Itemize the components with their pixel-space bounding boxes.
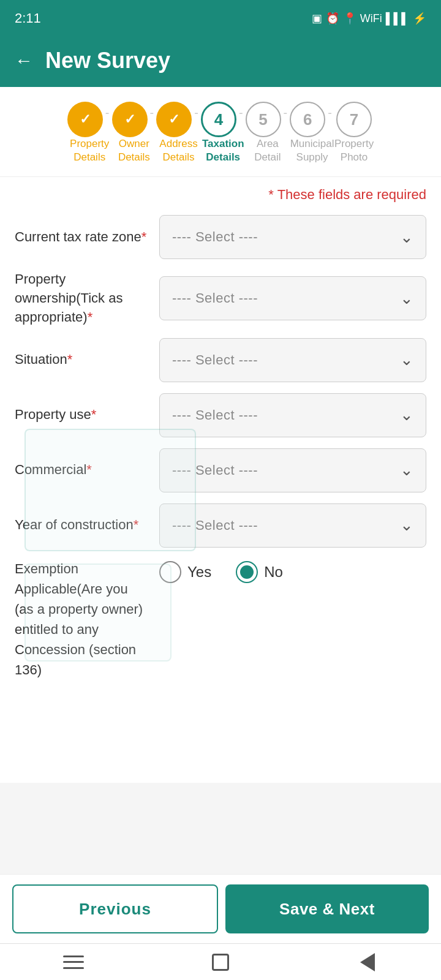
home-icon [212, 954, 229, 971]
back-system-button[interactable] [354, 949, 381, 976]
step-label-3: AddressDetails [159, 137, 197, 164]
step-4: 4 - TaxationDetails [201, 102, 246, 164]
chevron-down-icon-4: ⌄ [400, 405, 413, 424]
radio-option-no[interactable]: No [236, 561, 283, 583]
step-circle-7[interactable]: 7 [336, 102, 372, 137]
step-circle-6[interactable]: 6 [290, 102, 325, 137]
vibrate-icon: ▣ [312, 12, 322, 25]
select-situation[interactable]: ---- Select ---- ⌄ [159, 338, 426, 382]
step-label-7: PropertyPhoto [334, 137, 374, 164]
step-circle-5[interactable]: 5 [246, 102, 281, 137]
required-star-3: * [67, 352, 73, 367]
menu-icon [63, 956, 84, 969]
radio-inner-no [240, 565, 254, 579]
required-star-5: * [86, 462, 92, 477]
radio-option-yes[interactable]: Yes [159, 561, 211, 583]
step-circle-1[interactable]: ✓ [67, 102, 103, 137]
label-property-ownership: Property ownership(Tick as appropriate)* [15, 270, 149, 326]
field-row-commercial: Commercial* ---- Select ---- ⌄ [15, 448, 426, 492]
home-button[interactable] [207, 949, 234, 976]
required-notice: * These fields are required [0, 177, 441, 210]
step-dash-3: - [192, 106, 201, 134]
select-placeholder-4: ---- Select ---- [172, 407, 258, 423]
field-row-property-ownership: Property ownership(Tick as appropriate)*… [15, 270, 426, 326]
status-time: 2:11 [15, 10, 41, 26]
step-2: ✓ - OwnerDetails [112, 102, 157, 164]
select-commercial[interactable]: ---- Select ---- ⌄ [159, 448, 426, 492]
radio-group-exemption: Yes No [159, 559, 426, 583]
step-label-1: PropertyDetails [70, 137, 109, 164]
back-system-icon [360, 953, 375, 971]
step-6: 6 - MunicipalSupply [290, 102, 334, 164]
required-star-2: * [88, 309, 93, 325]
chevron-down-icon-3: ⌄ [400, 350, 413, 369]
save-next-button[interactable]: Save & Next [225, 884, 429, 933]
select-placeholder-3: ---- Select ---- [172, 352, 258, 368]
select-placeholder-2: ---- Select ---- [172, 290, 258, 306]
radio-circle-yes[interactable] [159, 561, 181, 583]
required-star-4: * [91, 407, 97, 422]
step-dash-5: - [281, 106, 290, 134]
menu-button[interactable] [60, 949, 87, 976]
bottom-spacer [15, 695, 426, 768]
step-dash-4: - [236, 106, 246, 134]
back-button[interactable]: ← [15, 50, 33, 71]
step-5: 5 - AreaDetail [246, 102, 290, 164]
label-year-construction: Year of construction* [15, 516, 149, 535]
select-tax-rate-zone[interactable]: ---- Select ---- ⌄ [159, 215, 426, 259]
alarm-icon: ⏰ [326, 12, 339, 25]
select-property-ownership[interactable]: ---- Select ---- ⌄ [159, 276, 426, 320]
step-7: 7 PropertyPhoto [334, 102, 374, 164]
select-year-construction[interactable]: ---- Select ---- ⌄ [159, 503, 426, 548]
header: ← New Survey [0, 37, 441, 87]
field-row-tax-rate-zone: Current tax rate zone* ---- Select ---- … [15, 215, 426, 259]
step-1: ✓ - PropertyDetails [67, 102, 112, 164]
field-row-property-use: Property use* ---- Select ---- ⌄ [15, 393, 426, 437]
label-commercial: Commercial* [15, 461, 149, 480]
radio-label-yes: Yes [187, 564, 211, 581]
radio-label-no: No [264, 564, 283, 581]
step-dash-6: - [325, 106, 334, 134]
chevron-down-icon-6: ⌄ [400, 516, 413, 535]
chevron-down-icon-2: ⌄ [400, 289, 413, 308]
step-label-6: MunicipalSupply [290, 137, 334, 164]
battery-icon: ⚡ [413, 12, 426, 25]
signal-icon: ▌▌▌ [386, 12, 409, 25]
step-label-4: TaxationDetails [202, 137, 244, 164]
select-placeholder-1: ---- Select ---- [172, 229, 258, 245]
page-title: New Survey [45, 48, 170, 74]
select-placeholder-6: ---- Select ---- [172, 518, 258, 533]
label-exemption: Exemption Applicable(Are you (as a prope… [15, 559, 149, 680]
step-circle-3[interactable]: ✓ [156, 102, 192, 137]
step-dash-2: - [148, 106, 157, 134]
radio-circle-no[interactable] [236, 561, 258, 583]
label-property-use: Property use* [15, 405, 149, 424]
field-row-year-construction: Year of construction* ---- Select ---- ⌄ [15, 503, 426, 548]
label-situation: Situation* [15, 350, 149, 369]
status-icons: ▣ ⏰ 📍 WiFi ▌▌▌ ⚡ [312, 12, 426, 25]
field-row-exemption: Exemption Applicable(Are you (as a prope… [15, 559, 426, 680]
previous-button[interactable]: Previous [12, 884, 218, 933]
step-indicator: ✓ - PropertyDetails ✓ - OwnerDetails ✓ - [0, 87, 441, 177]
step-circle-4[interactable]: 4 [201, 102, 236, 137]
step-label-5: AreaDetail [254, 137, 281, 164]
step-circle-2[interactable]: ✓ [112, 102, 148, 137]
form-container: Current tax rate zone* ---- Select ---- … [0, 210, 441, 782]
field-row-situation: Situation* ---- Select ---- ⌄ [15, 338, 426, 382]
system-nav-bar [0, 943, 441, 980]
status-bar: 2:11 ▣ ⏰ 📍 WiFi ▌▌▌ ⚡ [0, 0, 441, 37]
bottom-navigation: Previous Save & Next [0, 874, 441, 943]
required-star-1: * [141, 229, 147, 244]
required-star-6: * [134, 517, 139, 532]
select-placeholder-5: ---- Select ---- [172, 462, 258, 478]
step-dash-1: - [103, 106, 112, 134]
step-label-2: OwnerDetails [118, 137, 150, 164]
chevron-down-icon-5: ⌄ [400, 461, 413, 480]
chevron-down-icon-1: ⌄ [400, 228, 413, 247]
step-3: ✓ - AddressDetails [156, 102, 201, 164]
label-tax-rate-zone: Current tax rate zone* [15, 228, 149, 247]
wifi-icon: WiFi [360, 12, 382, 25]
location-icon: 📍 [343, 12, 356, 25]
select-property-use[interactable]: ---- Select ---- ⌄ [159, 393, 426, 437]
